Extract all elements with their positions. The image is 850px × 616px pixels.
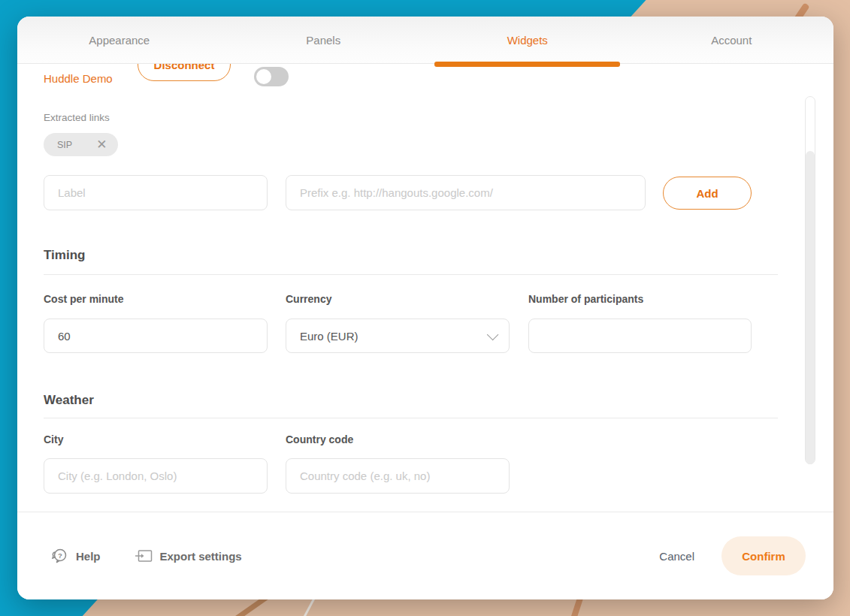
city-label: City [44, 433, 63, 445]
export-settings-label: Export settings [160, 550, 242, 563]
link-prefix-input[interactable] [286, 175, 646, 210]
add-link-button[interactable]: Add [663, 177, 752, 210]
integration-toggle[interactable] [254, 67, 289, 86]
cost-per-minute-input[interactable] [44, 319, 268, 353]
tab-account[interactable]: Account [630, 17, 834, 63]
timing-divider [44, 274, 778, 275]
svg-text:?: ? [58, 551, 62, 560]
participants-label: Number of participants [528, 293, 643, 305]
export-settings-button[interactable]: Export settings [135, 549, 242, 563]
help-button[interactable]: ? Help [50, 548, 101, 564]
active-tab-underline [434, 62, 620, 67]
link-chip-sip: SIP ✕ [44, 133, 118, 156]
scrollbar-thumb[interactable] [806, 151, 815, 464]
chip-remove-icon[interactable]: ✕ [96, 138, 107, 151]
disconnect-button[interactable]: Disconnect [138, 64, 231, 81]
weather-section-title: Weather [44, 393, 94, 408]
chip-label: SIP [57, 140, 72, 150]
tab-widgets-label: Widgets [507, 34, 548, 47]
currency-selected-value: Euro (EUR) [300, 330, 487, 343]
currency-label: Currency [286, 293, 331, 305]
link-label-input[interactable] [44, 175, 268, 210]
settings-tabbar: Appearance Panels Widgets Account [17, 17, 833, 64]
scrollbar-track[interactable] [805, 96, 815, 464]
chevron-down-icon [487, 328, 499, 340]
timing-section-title: Timing [44, 248, 85, 263]
tab-panels-label: Panels [306, 34, 340, 47]
tab-appearance[interactable]: Appearance [17, 17, 222, 63]
weather-divider [44, 418, 778, 418]
city-input[interactable] [44, 458, 268, 494]
help-label: Help [76, 550, 101, 563]
cancel-button[interactable]: Cancel [659, 550, 694, 563]
help-chat-icon: ? [50, 548, 68, 564]
extracted-links-label: Extracted links [44, 112, 110, 123]
toggle-knob [256, 69, 271, 84]
integration-name: Huddle Demo [44, 71, 113, 86]
cost-per-minute-label: Cost per minute [44, 293, 124, 305]
currency-select[interactable]: Euro (EUR) [286, 319, 510, 353]
widgets-settings-content: Huddle Demo Disconnect Extracted links S… [17, 64, 833, 512]
tab-appearance-label: Appearance [89, 34, 150, 47]
modal-footer: ? Help Export settings Cancel Confirm [17, 512, 833, 599]
export-icon [135, 549, 153, 563]
confirm-button[interactable]: Confirm [721, 536, 806, 575]
tab-account-label: Account [711, 34, 752, 47]
settings-modal: Appearance Panels Widgets Account Huddle… [17, 17, 833, 599]
tab-panels[interactable]: Panels [222, 17, 426, 63]
country-code-input[interactable] [286, 458, 510, 494]
tab-widgets[interactable]: Widgets [425, 17, 630, 63]
country-code-label: Country code [286, 433, 353, 445]
participants-input[interactable] [528, 319, 752, 353]
